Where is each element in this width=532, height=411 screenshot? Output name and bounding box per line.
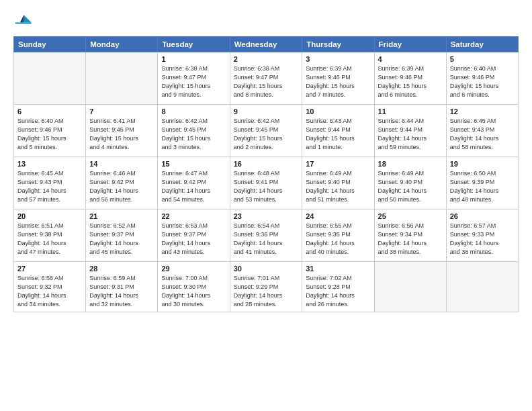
calendar-cell: 27Sunrise: 6:58 AM Sunset: 9:32 PM Dayli… — [14, 262, 86, 312]
day-info: Sunrise: 6:57 AM Sunset: 9:33 PM Dayligh… — [450, 222, 515, 257]
calendar-cell: 15Sunrise: 6:47 AM Sunset: 9:42 PM Dayli… — [158, 157, 230, 210]
calendar-cell: 18Sunrise: 6:49 AM Sunset: 9:40 PM Dayli… — [374, 157, 446, 210]
day-info: Sunrise: 6:40 AM Sunset: 9:46 PM Dayligh… — [450, 64, 515, 99]
svg-rect-2 — [15, 22, 32, 24]
calendar-cell — [14, 52, 86, 105]
weekday-header-sunday: Sunday — [14, 37, 86, 52]
day-number: 4 — [378, 55, 443, 63]
calendar-cell: 8Sunrise: 6:42 AM Sunset: 9:45 PM Daylig… — [158, 105, 230, 157]
day-info: Sunrise: 6:38 AM Sunset: 9:47 PM Dayligh… — [161, 64, 226, 99]
calendar-cell: 9Sunrise: 6:42 AM Sunset: 9:45 PM Daylig… — [230, 105, 302, 157]
day-info: Sunrise: 6:52 AM Sunset: 9:37 PM Dayligh… — [89, 222, 154, 257]
weekday-header-row: SundayMondayTuesdayWednesdayThursdayFrid… — [14, 37, 519, 52]
day-info: Sunrise: 6:42 AM Sunset: 9:45 PM Dayligh… — [234, 117, 299, 152]
day-number: 1 — [161, 55, 226, 63]
calendar-cell: 25Sunrise: 6:56 AM Sunset: 9:34 PM Dayli… — [374, 210, 446, 262]
day-number: 26 — [450, 212, 515, 220]
day-number: 31 — [306, 265, 370, 273]
weekday-header-wednesday: Wednesday — [230, 37, 302, 52]
svg-marker-1 — [20, 15, 24, 22]
day-number: 25 — [378, 212, 443, 220]
calendar-cell: 29Sunrise: 7:00 AM Sunset: 9:30 PM Dayli… — [158, 262, 230, 312]
day-info: Sunrise: 6:49 AM Sunset: 9:40 PM Dayligh… — [378, 169, 443, 204]
day-info: Sunrise: 6:54 AM Sunset: 9:36 PM Dayligh… — [234, 222, 299, 257]
day-info: Sunrise: 6:47 AM Sunset: 9:42 PM Dayligh… — [161, 169, 226, 204]
day-number: 6 — [17, 107, 82, 116]
day-number: 14 — [89, 160, 154, 168]
calendar-cell: 24Sunrise: 6:55 AM Sunset: 9:35 PM Dayli… — [302, 210, 374, 262]
calendar-week-2: 6Sunrise: 6:40 AM Sunset: 9:46 PM Daylig… — [14, 105, 519, 157]
day-info: Sunrise: 6:49 AM Sunset: 9:40 PM Dayligh… — [306, 169, 370, 204]
day-number: 7 — [89, 107, 154, 116]
calendar-week-1: 1Sunrise: 6:38 AM Sunset: 9:47 PM Daylig… — [14, 52, 519, 105]
calendar-cell: 14Sunrise: 6:46 AM Sunset: 9:42 PM Dayli… — [86, 157, 158, 210]
calendar-cell: 1Sunrise: 6:38 AM Sunset: 9:47 PM Daylig… — [158, 52, 230, 105]
weekday-header-monday: Monday — [86, 37, 158, 52]
calendar-cell: 31Sunrise: 7:02 AM Sunset: 9:28 PM Dayli… — [302, 262, 374, 312]
day-number: 3 — [306, 55, 370, 63]
day-number: 22 — [161, 212, 226, 220]
day-number: 15 — [161, 160, 226, 168]
day-info: Sunrise: 6:56 AM Sunset: 9:34 PM Dayligh… — [378, 222, 443, 257]
logo-icon — [13, 12, 32, 31]
day-info: Sunrise: 6:51 AM Sunset: 9:38 PM Dayligh… — [17, 222, 82, 257]
day-info: Sunrise: 6:43 AM Sunset: 9:44 PM Dayligh… — [306, 117, 370, 152]
day-info: Sunrise: 6:44 AM Sunset: 9:44 PM Dayligh… — [378, 117, 443, 152]
day-number: 13 — [17, 160, 82, 168]
weekday-header-thursday: Thursday — [302, 37, 374, 52]
calendar-cell: 12Sunrise: 6:45 AM Sunset: 9:43 PM Dayli… — [446, 105, 518, 157]
calendar-cell: 10Sunrise: 6:43 AM Sunset: 9:44 PM Dayli… — [302, 105, 374, 157]
day-number: 24 — [306, 212, 370, 220]
header — [13, 12, 519, 31]
day-info: Sunrise: 6:50 AM Sunset: 9:39 PM Dayligh… — [450, 169, 515, 204]
calendar-cell: 17Sunrise: 6:49 AM Sunset: 9:40 PM Dayli… — [302, 157, 374, 210]
weekday-header-saturday: Saturday — [446, 37, 518, 52]
day-info: Sunrise: 6:42 AM Sunset: 9:45 PM Dayligh… — [161, 117, 226, 152]
weekday-header-tuesday: Tuesday — [158, 37, 230, 52]
day-number: 30 — [234, 265, 299, 273]
calendar-week-3: 13Sunrise: 6:45 AM Sunset: 9:43 PM Dayli… — [14, 157, 519, 210]
day-number: 5 — [450, 55, 515, 63]
calendar-cell — [374, 262, 446, 312]
day-info: Sunrise: 6:55 AM Sunset: 9:35 PM Dayligh… — [306, 222, 370, 257]
day-number: 18 — [378, 160, 443, 168]
calendar-cell: 16Sunrise: 6:48 AM Sunset: 9:41 PM Dayli… — [230, 157, 302, 210]
day-number: 9 — [234, 107, 299, 116]
calendar-week-5: 27Sunrise: 6:58 AM Sunset: 9:32 PM Dayli… — [14, 262, 519, 312]
calendar-cell: 21Sunrise: 6:52 AM Sunset: 9:37 PM Dayli… — [86, 210, 158, 262]
calendar-cell: 2Sunrise: 6:38 AM Sunset: 9:47 PM Daylig… — [230, 52, 302, 105]
calendar-cell — [86, 52, 158, 105]
day-number: 19 — [450, 160, 515, 168]
day-info: Sunrise: 6:53 AM Sunset: 9:37 PM Dayligh… — [161, 222, 226, 257]
calendar-cell — [446, 262, 518, 312]
calendar-cell: 22Sunrise: 6:53 AM Sunset: 9:37 PM Dayli… — [158, 210, 230, 262]
calendar-cell: 13Sunrise: 6:45 AM Sunset: 9:43 PM Dayli… — [14, 157, 86, 210]
calendar-cell: 28Sunrise: 6:59 AM Sunset: 9:31 PM Dayli… — [86, 262, 158, 312]
calendar-cell: 11Sunrise: 6:44 AM Sunset: 9:44 PM Dayli… — [374, 105, 446, 157]
day-number: 8 — [161, 107, 226, 116]
day-number: 21 — [89, 212, 154, 220]
day-number: 12 — [450, 107, 515, 116]
logo — [13, 12, 35, 31]
day-info: Sunrise: 7:01 AM Sunset: 9:29 PM Dayligh… — [234, 274, 299, 309]
day-info: Sunrise: 6:41 AM Sunset: 9:45 PM Dayligh… — [89, 117, 154, 152]
day-info: Sunrise: 6:40 AM Sunset: 9:46 PM Dayligh… — [17, 117, 82, 152]
day-info: Sunrise: 6:45 AM Sunset: 9:43 PM Dayligh… — [450, 117, 515, 152]
calendar-cell: 23Sunrise: 6:54 AM Sunset: 9:36 PM Dayli… — [230, 210, 302, 262]
day-info: Sunrise: 6:38 AM Sunset: 9:47 PM Dayligh… — [234, 64, 299, 99]
day-number: 11 — [378, 107, 443, 116]
day-number: 17 — [306, 160, 370, 168]
calendar-cell: 26Sunrise: 6:57 AM Sunset: 9:33 PM Dayli… — [446, 210, 518, 262]
calendar-table: SundayMondayTuesdayWednesdayThursdayFrid… — [13, 36, 519, 312]
day-info: Sunrise: 6:39 AM Sunset: 9:46 PM Dayligh… — [378, 64, 443, 99]
day-number: 2 — [234, 55, 299, 63]
day-info: Sunrise: 7:00 AM Sunset: 9:30 PM Dayligh… — [161, 274, 226, 309]
day-info: Sunrise: 6:58 AM Sunset: 9:32 PM Dayligh… — [17, 274, 82, 309]
calendar-cell: 6Sunrise: 6:40 AM Sunset: 9:46 PM Daylig… — [14, 105, 86, 157]
calendar-cell: 20Sunrise: 6:51 AM Sunset: 9:38 PM Dayli… — [14, 210, 86, 262]
calendar-cell: 30Sunrise: 7:01 AM Sunset: 9:29 PM Dayli… — [230, 262, 302, 312]
weekday-header-friday: Friday — [374, 37, 446, 52]
day-info: Sunrise: 6:59 AM Sunset: 9:31 PM Dayligh… — [89, 274, 154, 309]
day-info: Sunrise: 6:48 AM Sunset: 9:41 PM Dayligh… — [234, 169, 299, 204]
calendar-week-4: 20Sunrise: 6:51 AM Sunset: 9:38 PM Dayli… — [14, 210, 519, 262]
